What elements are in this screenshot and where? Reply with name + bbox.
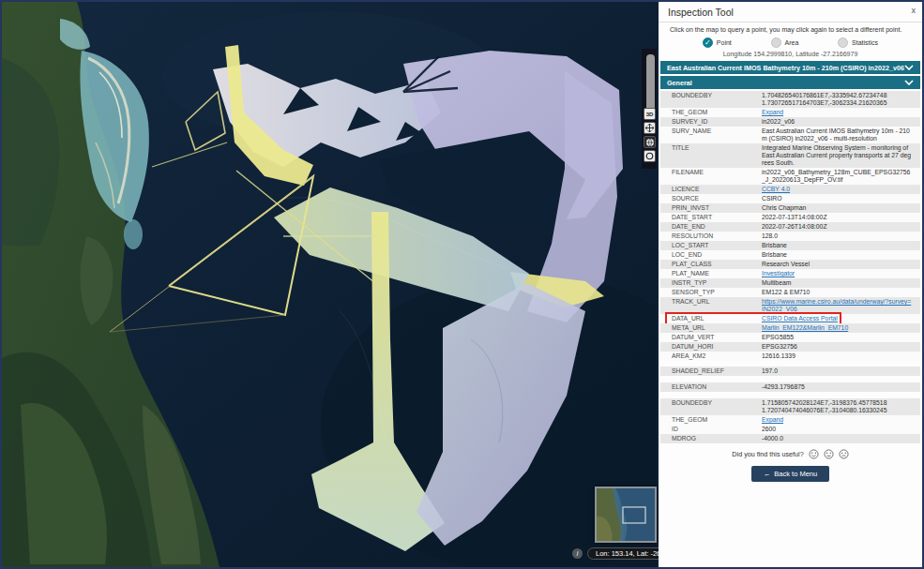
field-value-link[interactable]: Investigator	[760, 269, 920, 278]
app-window: 3D i Lon: 153.14, Lat: -26.97 Inspectio	[0, 0, 924, 569]
table-row-resolution: RESOLUTION128.0	[660, 232, 920, 241]
field-label: PLAT_CLASS	[660, 260, 760, 269]
clicked-coordinates: Longitude 154.2999810, Latitude -27.2166…	[659, 49, 922, 61]
coordinate-pill: Lon: 153.14, Lat: -26.97	[587, 547, 659, 560]
mode-label: Statistics	[852, 39, 878, 46]
back-arrow-icon: ←	[764, 470, 771, 478]
field-value: 1.715805742028124E7,-3198376.457785181.7…	[760, 398, 920, 415]
field-value: EPSG32756	[760, 342, 920, 352]
field-label: BOUNDEDBY	[660, 398, 760, 415]
table-row-licence: LICENCECCBY 4.0	[660, 185, 920, 194]
table-row-the_geom: THE_GEOMExpand	[660, 415, 920, 425]
field-value: Integrated Marine Observing System - mon…	[760, 143, 920, 168]
table-row-shaded_relief: SHADED_RELIEF197.0	[660, 367, 920, 376]
mode-option-area[interactable]: Area	[771, 37, 799, 48]
field-value: 1.704826540176861E7,-3335942.672347481.7…	[760, 91, 920, 108]
field-value: CSIRO	[760, 194, 920, 203]
field-label: SURV_NAME	[660, 127, 760, 143]
field-label: PLAT_NAME	[660, 269, 760, 278]
field-label: RESOLUTION	[660, 232, 760, 241]
map-canvas[interactable]: 3D i Lon: 153.14, Lat: -26.97	[2, 2, 659, 567]
survey-accordion-header[interactable]: East Australian Current IMOS Bathymetry …	[660, 61, 920, 74]
table-row-date_start: DATE_START2022-07-13T14:08:00Z	[660, 213, 920, 222]
row-spacer	[660, 392, 920, 398]
field-value: Research Vessel	[760, 260, 920, 269]
field-label: THE_GEOM	[660, 108, 760, 117]
field-label: DATUM_VERT	[660, 333, 760, 342]
map-compass-icon[interactable]	[644, 150, 656, 162]
radio-selected-icon[interactable]: ✓	[703, 37, 713, 48]
table-row-filename: FILENAMEin2022_v06_Bathymetry_128m_CUBE_…	[660, 168, 920, 185]
inset-overview-map[interactable]	[595, 487, 657, 543]
radio-icon[interactable]	[771, 37, 781, 48]
field-value: in2022_v06_Bathymetry_128m_CUBE_EPSG3275…	[760, 168, 920, 185]
info-icon[interactable]: i	[572, 548, 583, 559]
field-value: in2022_v06	[760, 117, 920, 127]
field-value-link[interactable]: CCBY 4.0	[760, 185, 920, 194]
table-row-plat_name: PLAT_NAMEInvestigator	[660, 269, 920, 278]
field-value: 197.0	[760, 367, 920, 376]
mode-label: Point	[717, 39, 732, 46]
feedback-row: Did you find this useful?	[659, 443, 922, 462]
survey-accordion-label: East Australian Current IMOS Bathymetry …	[667, 64, 904, 72]
field-label: DATE_END	[660, 222, 760, 232]
map-globe-icon[interactable]	[644, 136, 656, 148]
table-row-datum_hori: DATUM_HORIEPSG32756	[660, 342, 920, 352]
mode-label: Area	[785, 39, 799, 46]
map-pan-icon[interactable]	[644, 122, 656, 134]
field-value: East Australian Current IMOS Bathymetry …	[760, 127, 920, 143]
field-value-link[interactable]: https://www.marine.csiro.au/data/underwa…	[760, 297, 920, 314]
field-value: Chris Chapman	[760, 203, 920, 213]
field-value-link[interactable]: Marlin_EM122&Marlin_EM710	[760, 323, 920, 333]
field-label: ID	[660, 425, 760, 434]
table-row-loc_start: LOC_STARTBrisbane	[660, 241, 920, 250]
field-value: Multibeam	[760, 278, 920, 288]
field-value-link[interactable]: CSIRO Data Access Portal	[760, 314, 920, 323]
field-label: LICENCE	[660, 185, 760, 194]
field-label: MDROG	[660, 434, 760, 443]
field-value: 12616.1339	[760, 352, 920, 361]
field-value: 2600	[760, 425, 920, 434]
field-value-link[interactable]: Expand	[760, 415, 920, 425]
field-label: THE_GEOM	[660, 415, 760, 425]
back-to-menu-button[interactable]: ← Back to Menu	[751, 466, 829, 482]
chevron-down-icon	[904, 80, 914, 85]
table-row-meta_url: META_URLMarlin_EM122&Marlin_EM710	[660, 323, 920, 333]
table-row-elevation: ELEVATION-4293.1796875	[660, 382, 920, 392]
feedback-happy-icon[interactable]	[809, 449, 819, 459]
table-row-instr_typ: INSTR_TYPMultibeam	[660, 278, 920, 288]
instruction-text: Click on the map to query a point, you m…	[659, 22, 922, 35]
chevron-down-icon	[904, 65, 914, 70]
field-label: TITLE	[660, 143, 760, 168]
table-row-mdrog: MDROG-4000.0	[660, 434, 920, 443]
panel-title: Inspection Tool	[668, 7, 913, 18]
field-label: ELEVATION	[660, 382, 760, 392]
field-value: Brisbane	[760, 241, 920, 250]
field-label: PRIN_INVST	[660, 203, 760, 213]
field-label: SENSOR_TYP	[660, 288, 760, 297]
field-value: -4293.1796875	[760, 382, 920, 392]
field-value-link[interactable]: Expand	[760, 108, 920, 117]
query-mode-group: ✓PointAreaStatistics	[659, 35, 922, 49]
table-row-boundedby: BOUNDEDBY1.704826540176861E7,-3335942.67…	[660, 91, 920, 108]
close-icon[interactable]: x	[912, 6, 916, 15]
feedback-neutral-icon[interactable]	[824, 449, 834, 459]
mode-option-point[interactable]: ✓Point	[703, 37, 732, 48]
field-label: SOURCE	[660, 194, 760, 203]
table-row-title: TITLEIntegrated Marine Observing System …	[660, 143, 920, 168]
row-spacer	[660, 376, 920, 382]
field-label: SURVEY_ID	[660, 117, 760, 127]
map-3d-button[interactable]: 3D	[644, 108, 656, 120]
general-accordion-header[interactable]: General	[660, 76, 920, 89]
field-value: EM122 & EM710	[760, 288, 920, 297]
feedback-sad-icon[interactable]	[839, 449, 849, 459]
panel-header: Inspection Tool x	[659, 2, 922, 22]
mode-option-statistics[interactable]: Statistics	[838, 37, 878, 48]
satellite-bathymetry-map	[2, 2, 657, 567]
radio-icon[interactable]	[838, 37, 848, 48]
general-accordion-label: General	[667, 79, 692, 87]
field-label: AREA_KM2	[660, 352, 760, 361]
field-value: 2022-07-26T14:08:00Z	[760, 222, 920, 232]
table-row-plat_class: PLAT_CLASSResearch Vessel	[660, 260, 920, 269]
field-label: INSTR_TYP	[660, 278, 760, 288]
